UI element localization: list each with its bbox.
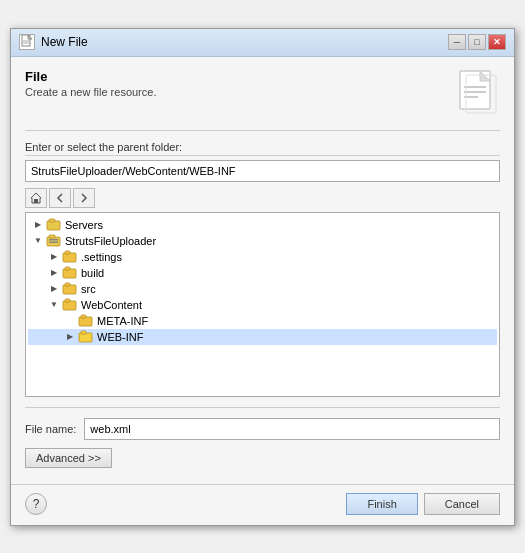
- tree-item-settings[interactable]: ▶ .settings: [28, 249, 497, 265]
- dialog-content: File Create a new file resource. Enter o…: [11, 57, 514, 480]
- title-controls: ─ □ ✕: [448, 34, 506, 50]
- svg-rect-24: [63, 301, 76, 310]
- advanced-button[interactable]: Advanced >>: [25, 448, 112, 468]
- svg-rect-19: [65, 251, 70, 254]
- tree-item-webcontent[interactable]: ▼ WebContent: [28, 297, 497, 313]
- svg-rect-11: [34, 199, 38, 203]
- svg-rect-28: [79, 333, 92, 342]
- file-name-input[interactable]: [84, 418, 500, 440]
- svg-rect-26: [79, 317, 92, 326]
- dialog-icon: [19, 34, 35, 50]
- web-inf-label: WEB-INF: [97, 331, 143, 343]
- build-label: build: [81, 267, 104, 279]
- expand-build[interactable]: ▶: [48, 267, 60, 279]
- expand-strutsfileuploader[interactable]: ▼: [32, 235, 44, 247]
- minimize-button[interactable]: ─: [448, 34, 466, 50]
- cancel-button[interactable]: Cancel: [424, 493, 500, 515]
- svg-rect-13: [49, 219, 55, 222]
- folder-tree[interactable]: ▶ Servers ▼ Stru: [25, 212, 500, 397]
- expand-web-inf[interactable]: ▶: [64, 331, 76, 343]
- svg-rect-29: [81, 331, 86, 334]
- file-name-row: File name:: [25, 418, 500, 440]
- help-button[interactable]: ?: [25, 493, 47, 515]
- maximize-button[interactable]: □: [468, 34, 486, 50]
- tree-item-src[interactable]: ▶ src: [28, 281, 497, 297]
- svg-rect-25: [65, 299, 70, 302]
- forward-button[interactable]: [73, 188, 95, 208]
- file-name-label: File name:: [25, 423, 76, 435]
- svg-rect-18: [63, 253, 76, 262]
- tree-item-web-inf[interactable]: ▶ WEB-INF: [28, 329, 497, 345]
- action-buttons: Finish Cancel: [346, 493, 500, 515]
- svg-rect-16: [49, 239, 58, 241]
- svg-rect-23: [65, 283, 70, 286]
- new-file-dialog: New File ─ □ ✕ File Create a new file re…: [10, 28, 515, 526]
- file-document-icon: [458, 69, 500, 120]
- divider: [25, 407, 500, 408]
- expand-webcontent[interactable]: ▼: [48, 299, 60, 311]
- title-bar-left: New File: [19, 34, 88, 50]
- webcontent-label: WebContent: [81, 299, 142, 311]
- close-button[interactable]: ✕: [488, 34, 506, 50]
- svg-rect-15: [49, 235, 55, 238]
- section-subtitle: Create a new file resource.: [25, 86, 156, 98]
- advanced-section: Advanced >>: [25, 448, 500, 468]
- bottom-bar: ? Finish Cancel: [11, 484, 514, 525]
- home-button[interactable]: [25, 188, 47, 208]
- svg-rect-27: [81, 315, 86, 318]
- section-title: File: [25, 69, 156, 84]
- expand-servers[interactable]: ▶: [32, 219, 44, 231]
- header-text: File Create a new file resource.: [25, 69, 156, 106]
- tree-item-strutsfileuploader[interactable]: ▼ StrutsFileUploader: [28, 233, 497, 249]
- strutsfileuploader-label: StrutsFileUploader: [65, 235, 156, 247]
- back-button[interactable]: [49, 188, 71, 208]
- src-label: src: [81, 283, 96, 295]
- meta-inf-label: META-INF: [97, 315, 148, 327]
- expand-meta-inf: [64, 315, 76, 327]
- expand-settings[interactable]: ▶: [48, 251, 60, 263]
- header-area: File Create a new file resource.: [25, 69, 500, 131]
- folder-label: Enter or select the parent folder:: [25, 141, 500, 156]
- expand-src[interactable]: ▶: [48, 283, 60, 295]
- settings-label: .settings: [81, 251, 122, 263]
- tree-toolbar: [25, 188, 500, 208]
- path-input[interactable]: [25, 160, 500, 182]
- finish-button[interactable]: Finish: [346, 493, 417, 515]
- title-bar: New File ─ □ ✕: [11, 29, 514, 57]
- svg-rect-21: [65, 267, 70, 270]
- svg-rect-17: [49, 241, 58, 243]
- svg-rect-20: [63, 269, 76, 278]
- svg-rect-22: [63, 285, 76, 294]
- servers-label: Servers: [65, 219, 103, 231]
- title-text: New File: [41, 35, 88, 49]
- tree-item-meta-inf[interactable]: META-INF: [28, 313, 497, 329]
- tree-item-servers[interactable]: ▶ Servers: [28, 217, 497, 233]
- tree-item-build[interactable]: ▶ build: [28, 265, 497, 281]
